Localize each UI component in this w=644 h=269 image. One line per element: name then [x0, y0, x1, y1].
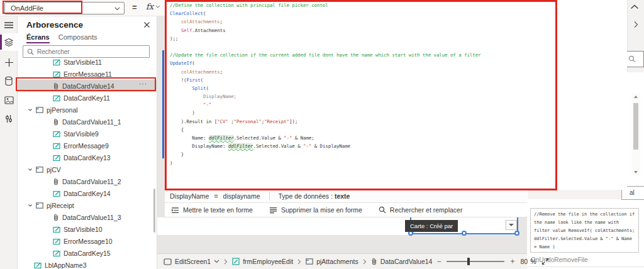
scrollbar-thumb[interactable] — [633, 103, 638, 150]
tree-item-menu-button[interactable]: ··· — [139, 80, 147, 87]
breadcrumb-form[interactable]: frmEmployeeEdit — [232, 258, 293, 265]
code-line: ClearCollect( — [170, 9, 481, 18]
dropdown-control[interactable] — [506, 220, 517, 230]
zoom-slider[interactable] — [447, 261, 504, 262]
tree-item-StarVisible10[interactable]: StarVisible10 — [18, 223, 157, 235]
remove-formatting-button[interactable]: Supprimer la mise en forme — [269, 206, 362, 214]
selection-handle[interactable] — [514, 231, 519, 236]
code-line — [170, 43, 481, 51]
fx-label: fx — [146, 2, 153, 11]
tab-composants[interactable]: Composants — [58, 33, 97, 43]
tree-item-label: StarVisible11 — [64, 58, 102, 66]
paperclip-icon — [53, 82, 59, 90]
code-line: "-" — [170, 101, 481, 109]
formula-editor[interactable]: //Define the collection with principal f… — [165, 0, 627, 190]
advanced-tools-icon[interactable] — [0, 111, 18, 127]
app-canvas: Carte : Créé par — [157, 217, 527, 253]
tree-item-label: pjCV — [47, 166, 61, 173]
tree-item-DataCardKey14[interactable]: DataCardKey14 — [18, 187, 157, 199]
card-icon — [306, 258, 313, 265]
tree-item-DataCardKey13[interactable]: DataCardKey13 — [18, 151, 157, 163]
code-line: DisplayName: ddlFilter.Selected.Value & … — [170, 142, 481, 150]
edit-control-icon — [53, 142, 60, 150]
tree-item-ErrorMessage10[interactable]: ErrorMessage10 — [18, 235, 157, 247]
paperclip-icon — [53, 178, 59, 185]
breadcrumb-control[interactable]: DataCardValue14 — [371, 258, 433, 265]
tree-item-label: DataCardValue11_2 — [62, 178, 121, 185]
tree-item-DataCardValue11_2[interactable]: DataCardValue11_2 — [18, 175, 157, 187]
chevron-down-icon[interactable] — [28, 107, 33, 113]
tree-item-StarVisible11[interactable]: StarVisible11 — [18, 56, 157, 68]
tree-scrollbar[interactable] — [153, 189, 155, 233]
format-text-icon — [171, 207, 179, 214]
tab-ecrans[interactable]: Écrans — [26, 33, 50, 43]
panel-title: Arborescence — [26, 20, 83, 30]
tree-item-DataCardKey15[interactable]: DataCardKey15 — [18, 247, 157, 259]
tree-view-icon[interactable] — [0, 34, 18, 50]
tree-item-pjPersonal[interactable]: pjPersonal — [18, 104, 157, 116]
edit-control-icon — [53, 250, 60, 257]
code-line: DisplayName; — [170, 92, 481, 101]
formula-code[interactable]: //Define the collection with principal f… — [170, 1, 481, 167]
tree-item-DataCardValue14[interactable]: DataCardValue14··· — [18, 80, 157, 92]
fx-dropdown[interactable]: fx — [146, 2, 160, 11]
fit-to-window-icon[interactable] — [541, 258, 549, 265]
zoom-slider-handle[interactable] — [467, 258, 470, 265]
tree-item-DataCardKey11[interactable]: DataCardKey11 — [18, 92, 157, 104]
tree-item-DataCardValue11_3[interactable]: DataCardValue11_3 — [18, 211, 157, 223]
chevron-down-icon — [214, 260, 219, 263]
property-selector-dropdown[interactable]: OnAddFile — [4, 2, 125, 14]
panel-expand-chevron-right-icon[interactable] — [633, 21, 638, 28]
paperclip-icon — [53, 118, 59, 126]
data-icon[interactable] — [0, 73, 18, 89]
search-placeholder: Rechercher — [37, 48, 70, 55]
tree-item-label: DataCardValue11_1 — [62, 118, 121, 126]
code-line: !(First( — [170, 76, 481, 84]
code-line: { — [170, 126, 481, 134]
tree-item-ErrorMessage11[interactable]: ErrorMessage11 — [18, 68, 157, 80]
panel-scrollbar[interactable] — [631, 93, 640, 176]
tree-item-StarVisible9[interactable]: StarVisible9 — [18, 128, 157, 140]
chevron-down-icon[interactable] — [28, 167, 33, 172]
zoom-in-button[interactable]: + — [510, 257, 514, 266]
scroll-down-arrow[interactable] — [634, 171, 638, 173]
property-formula-field[interactable]: //Remove the file in the collection if t… — [530, 208, 639, 253]
scroll-up-arrow[interactable] — [634, 96, 638, 98]
close-icon[interactable] — [143, 21, 150, 28]
tree-item-label: LblAppName3 — [45, 261, 87, 269]
formula-result-row: DisplayName = displayname Type de donnée… — [165, 190, 527, 203]
tree-item-LblAppName3[interactable]: LblAppName3 — [18, 259, 157, 269]
code-line: //Update the file collection if the curr… — [170, 51, 481, 59]
menu-icon[interactable] — [0, 17, 18, 33]
datacard-icon — [36, 167, 43, 173]
tree-item-label: DataCardKey14 — [64, 190, 111, 197]
tree-item-pjReceipt[interactable]: pjReceipt — [18, 199, 157, 211]
chevron-down-icon[interactable] — [28, 203, 33, 208]
tree-item-label: DataCardKey11 — [64, 94, 110, 102]
tree-item-pjCV[interactable]: pjCV — [18, 163, 157, 175]
zoom-out-button[interactable]: − — [436, 257, 441, 266]
code-line: ).Result in ["CV" ;"Personal";"Receipt"]… — [170, 118, 481, 126]
chevron-down-icon — [509, 224, 514, 226]
collapse-formula-bar-chevron-up-icon[interactable] — [630, 4, 639, 9]
tree-item-DataCardValue11_1[interactable]: DataCardValue11_1 — [18, 116, 157, 128]
code-line: colAttachments; — [170, 18, 481, 26]
breadcrumb-screen[interactable]: EditScreen1 — [164, 258, 219, 265]
breadcrumb-separator-icon — [224, 259, 228, 265]
tree-item-label: StarVisible9 — [64, 130, 99, 138]
format-text-button[interactable]: Mettre le texte en forme — [171, 206, 253, 214]
edit-control-icon — [53, 238, 60, 245]
zoom-percentage: 80 % — [520, 258, 536, 265]
panel-tabs: Écrans Composants — [26, 33, 97, 43]
tree-item-label: StarVisible10 — [64, 226, 103, 233]
tree-item-label: DataCardValue11_3 — [62, 214, 121, 221]
property-search-box[interactable] — [625, 51, 644, 67]
breadcrumb-card[interactable]: pjAttachments — [306, 258, 358, 265]
find-replace-button[interactable]: Rechercher et remplacer — [379, 206, 463, 214]
divider — [527, 266, 644, 267]
selection-handle[interactable] — [462, 231, 467, 236]
media-icon[interactable] — [0, 92, 18, 108]
tree-item-ErrorMessage9[interactable]: ErrorMessage9 — [18, 140, 157, 151]
tree-list: StarVisible11ErrorMessage11DataCardValue… — [18, 56, 157, 269]
insert-icon[interactable] — [0, 54, 18, 70]
